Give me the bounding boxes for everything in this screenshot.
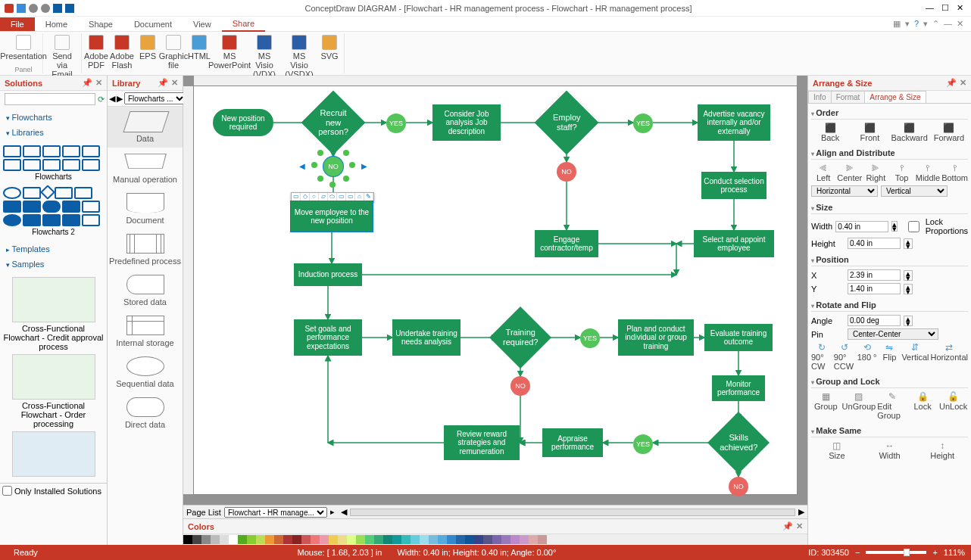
canvas-wrap[interactable]: ◀ ▶ ▭◇○▱⬭▭▭⌂✎ Process New position requi… bbox=[183, 76, 807, 505]
flowchart-node[interactable]: NO bbox=[323, 157, 343, 176]
order-front[interactable]: ⬛Front bbox=[851, 123, 888, 142]
unlock-btn[interactable]: 🔓UnLock bbox=[938, 391, 968, 420]
ungroup-btn[interactable]: ▨UnGroup bbox=[842, 391, 876, 420]
flowchart-node[interactable]: Employ staff? bbox=[535, 91, 599, 155]
h-scrollbar[interactable] bbox=[350, 509, 795, 516]
presentation-button[interactable]: Presentation bbox=[8, 33, 39, 61]
maximize-button[interactable]: ☐ bbox=[941, 3, 949, 13]
color-swatch[interactable] bbox=[220, 535, 229, 544]
close-panel-icon[interactable]: ✕ bbox=[95, 78, 102, 88]
saveas-icon[interactable] bbox=[65, 4, 74, 13]
align-top[interactable]: ⫯Top bbox=[890, 163, 914, 182]
library-item-sequential[interactable]: Sequential data bbox=[108, 352, 183, 393]
color-swatch[interactable] bbox=[429, 535, 438, 544]
color-swatch[interactable] bbox=[338, 535, 347, 544]
color-swatch[interactable] bbox=[492, 535, 501, 544]
order-forward[interactable]: ⬛Forward bbox=[930, 123, 968, 142]
flowchart-node[interactable]: Evaluate training outcome bbox=[704, 324, 773, 351]
same-size[interactable]: ◫Size bbox=[811, 440, 863, 460]
flowchart-node[interactable]: New position required bbox=[213, 109, 273, 136]
tab-share[interactable]: Share bbox=[222, 17, 265, 32]
prev-icon[interactable]: ◀ bbox=[109, 94, 115, 104]
tree-samples[interactable]: Samples bbox=[5, 257, 102, 272]
tab-format[interactable]: Format bbox=[831, 91, 866, 103]
close-panel-icon[interactable]: ✕ bbox=[796, 521, 803, 531]
align-center[interactable]: ⫸Center bbox=[837, 163, 862, 182]
close-panel-icon[interactable]: ✕ bbox=[171, 78, 178, 88]
zoom-out-icon[interactable]: − bbox=[855, 548, 860, 557]
library-item-internal[interactable]: Internal storage bbox=[108, 311, 183, 352]
color-swatch[interactable] bbox=[538, 535, 547, 544]
color-swatch[interactable] bbox=[201, 535, 211, 544]
file-menu[interactable]: File bbox=[0, 17, 35, 31]
page-add-icon[interactable]: ▸ bbox=[330, 507, 335, 517]
tab-home[interactable]: Home bbox=[35, 17, 78, 31]
flowchart-node[interactable]: Training required? bbox=[489, 306, 551, 369]
color-swatch[interactable] bbox=[311, 535, 320, 544]
thumb-3[interactable] bbox=[3, 431, 104, 477]
color-swatch[interactable] bbox=[192, 535, 201, 544]
collapse-ribbon-icon[interactable]: ⌃ bbox=[932, 19, 939, 29]
only-installed-checkbox[interactable] bbox=[2, 486, 12, 496]
flowchart-node[interactable]: Select and appoint employee bbox=[694, 230, 774, 257]
minimize-button[interactable]: — bbox=[926, 3, 934, 13]
y-input[interactable] bbox=[848, 283, 901, 294]
mdi-min-icon[interactable]: — bbox=[944, 19, 952, 29]
distribute-v[interactable]: Vertical bbox=[881, 185, 948, 197]
color-swatch[interactable] bbox=[347, 535, 356, 544]
flowchart-node[interactable]: NO bbox=[729, 477, 748, 496]
same-height[interactable]: ↕Height bbox=[916, 440, 968, 460]
color-swatch[interactable] bbox=[520, 535, 529, 544]
flowchart-node[interactable]: Induction process bbox=[294, 263, 362, 286]
pin-icon[interactable]: 📌 bbox=[82, 78, 92, 88]
flowchart-node[interactable]: Review reward strategies and remuneratio… bbox=[444, 425, 520, 460]
color-swatch[interactable] bbox=[292, 535, 301, 544]
library-item-predefined[interactable]: Predefined process bbox=[108, 229, 183, 270]
color-swatch[interactable] bbox=[283, 535, 292, 544]
rot-90ccw[interactable]: ↺90° CCW bbox=[834, 342, 855, 371]
flowchart-node[interactable]: Advertise vacancy internally and/or exte… bbox=[698, 104, 770, 141]
library-item-data[interactable]: Data bbox=[108, 107, 183, 148]
flowchart-node[interactable]: Undertake training needs analysis bbox=[392, 319, 461, 356]
page-selector[interactable]: Flowchart - HR manage... bbox=[224, 507, 327, 518]
html-button[interactable]: HTML bbox=[188, 33, 211, 79]
arrow-left-icon[interactable]: ◀ bbox=[299, 162, 305, 170]
color-swatch[interactable] bbox=[401, 535, 411, 544]
color-swatch[interactable] bbox=[229, 535, 238, 544]
scroll-right-icon[interactable]: ▶ bbox=[798, 507, 804, 517]
align-right[interactable]: ⫸Right bbox=[863, 163, 888, 182]
tab-arrange[interactable]: Arrange & Size bbox=[864, 91, 926, 103]
close-panel-icon[interactable]: ✕ bbox=[960, 78, 966, 88]
refresh-icon[interactable]: ⟳ bbox=[98, 95, 105, 104]
color-swatch[interactable] bbox=[365, 535, 374, 544]
flowchart-node[interactable]: Set goals and performance expectations bbox=[294, 319, 362, 356]
adobe-pdf-button[interactable]: Adobe PDF bbox=[85, 33, 108, 79]
color-swatch[interactable] bbox=[247, 535, 256, 544]
flowchart-node[interactable]: Skills achieved? bbox=[707, 412, 770, 474]
flowchart-node[interactable]: Move employee to the new position bbox=[291, 201, 373, 232]
library-item-manual[interactable]: Manual operation bbox=[108, 148, 183, 188]
flowchart-node[interactable]: Monitor performance bbox=[712, 375, 765, 401]
undo-icon[interactable] bbox=[29, 4, 38, 13]
pin-icon[interactable]: 📌 bbox=[158, 78, 168, 88]
solutions-search-input[interactable] bbox=[5, 93, 95, 105]
lock-btn[interactable]: 🔒Lock bbox=[908, 391, 938, 420]
angle-input[interactable] bbox=[848, 315, 901, 326]
tree-templates[interactable]: Templates bbox=[5, 241, 102, 257]
color-swatch[interactable] bbox=[420, 535, 429, 544]
flowchart-node[interactable]: NO bbox=[510, 376, 530, 396]
grid-icon[interactable]: ▦ bbox=[893, 19, 901, 29]
color-swatch[interactable] bbox=[256, 535, 265, 544]
order-backward[interactable]: ⬛Backward bbox=[891, 123, 929, 142]
drawing-page[interactable]: ◀ ▶ ▭◇○▱⬭▭▭⌂✎ Process New position requi… bbox=[194, 86, 797, 494]
color-swatch[interactable] bbox=[238, 535, 247, 544]
color-swatch[interactable] bbox=[183, 535, 192, 544]
color-swatch[interactable] bbox=[329, 535, 338, 544]
flip[interactable]: ⇋Flip bbox=[879, 342, 901, 371]
color-swatch[interactable] bbox=[483, 535, 492, 544]
send-email-button[interactable]: Send via Email bbox=[46, 33, 78, 79]
thumb-1[interactable]: Cross-Functional Flowchart - Credit appr… bbox=[3, 277, 104, 351]
mdi-close-icon[interactable]: ✕ bbox=[957, 19, 963, 29]
color-swatch[interactable] bbox=[456, 535, 465, 544]
next-icon[interactable]: ▶ bbox=[117, 94, 123, 104]
